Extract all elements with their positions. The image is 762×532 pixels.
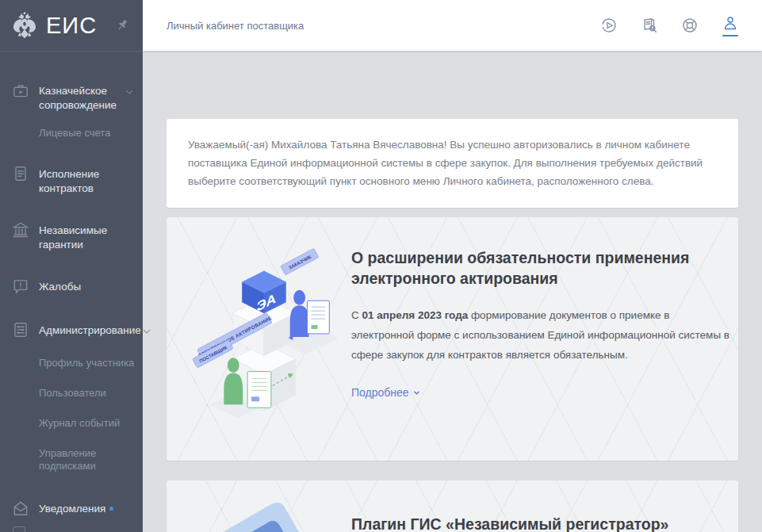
- news-date-bold: 01 апреля 2023 года: [362, 309, 469, 321]
- sidebar-item-notifications[interactable]: Уведомления: [0, 499, 143, 518]
- registrator-plugin-illustration: [181, 488, 339, 532]
- chevron-down-icon: [413, 390, 420, 396]
- play-circle-icon[interactable]: [599, 13, 618, 37]
- sidebar-item-administration[interactable]: Администрирование: [0, 321, 143, 339]
- sidebar-item-label: Администрирование: [39, 321, 141, 338]
- open-envelope-icon: [11, 499, 30, 518]
- sidebar-item-label: Уведомления: [39, 499, 135, 516]
- sidebar-item-treasury-support[interactable]: Казначейское сопровождение: [0, 82, 143, 113]
- welcome-message: Уважаемый(-ая) Михайлова Татьяна Вячесла…: [188, 136, 717, 191]
- app-window: ЕИС Казначейское сопровождение: [0, 0, 762, 532]
- more-link[interactable]: Подробнее: [351, 386, 420, 399]
- book-search-icon[interactable]: [640, 13, 659, 37]
- sidebar: ЕИС Казначейское сопровождение: [0, 0, 143, 532]
- brand-title: ЕИС: [46, 13, 113, 39]
- news-text-block: О расширении обязательности применения э…: [351, 247, 730, 461]
- bank-icon: [11, 220, 30, 239]
- content-area: Уважаемый(-ая) Михайлова Татьяна Вячесла…: [143, 51, 762, 532]
- sidebar-item-participant-profile[interactable]: Профиль участника: [0, 357, 143, 369]
- sidebar-item-contract-execution[interactable]: Исполнение контрактов: [0, 165, 143, 196]
- sidebar-item-label: Исполнение контрактов: [39, 165, 135, 196]
- topbar: Личный кабинет поставщика: [143, 0, 762, 51]
- welcome-card: Уважаемый(-ая) Михайлова Татьяна Вячесла…: [167, 119, 738, 208]
- sidebar-item-event-log[interactable]: Журнал событий: [0, 417, 143, 430]
- sidebar-item-independent-guarantees[interactable]: Независимые гарантии: [0, 221, 143, 252]
- partial-next-icon: [13, 526, 25, 532]
- main-area: Личный кабинет поставщика: [143, 0, 762, 532]
- news-text-block: Плагин ГИС «Независимый регистратор»: [351, 514, 730, 532]
- news-title: О расширении обязательности применения э…: [351, 247, 730, 289]
- active-indicator: [722, 35, 738, 36]
- user-profile-icon[interactable]: [721, 13, 740, 37]
- news-card-independent-registrator: Плагин ГИС «Независимый регистратор»: [167, 480, 738, 532]
- electronic-acting-illustration: ЭА ЭЛЕКТРОННОЕ АКТИРОВАНИЕ ЗАКАЗЧИК: [181, 225, 339, 461]
- complaint-bubble-icon: [11, 277, 30, 296]
- coat-of-arms-eagle-icon: [11, 10, 38, 40]
- admin-list-icon: [11, 320, 30, 339]
- logo-row: ЕИС: [0, 0, 143, 52]
- topbar-actions: [599, 13, 740, 37]
- lifebuoy-help-icon[interactable]: [680, 13, 699, 37]
- pushpin-icon[interactable]: [113, 16, 132, 35]
- sidebar-item-users[interactable]: Пользователи: [0, 387, 143, 400]
- news-body: С 01 апреля 2023 года формирование докум…: [351, 306, 730, 366]
- chevron-down-icon: [124, 86, 135, 98]
- document-icon: [11, 164, 30, 183]
- sidebar-item-label: Жалобы: [39, 277, 135, 294]
- sidebar-item-subscription-management[interactable]: Управление подписками: [0, 447, 143, 473]
- sidebar-item-complaints[interactable]: Жалобы: [0, 277, 143, 296]
- page-title: Личный кабинет поставщика: [167, 20, 599, 32]
- news-card-electronic-acting: ЭА ЭЛЕКТРОННОЕ АКТИРОВАНИЕ ЗАКАЗЧИК: [167, 217, 738, 461]
- chevron-down-icon: [141, 326, 152, 337]
- sidebar-item-personal-accounts[interactable]: Лицевые счета: [0, 127, 143, 140]
- sidebar-menu: Казначейское сопровождение Лицевые счета…: [0, 52, 143, 518]
- news-title: Плагин ГИС «Независимый регистратор»: [351, 514, 730, 532]
- sidebar-item-label: Независимые гарантии: [39, 221, 135, 252]
- sidebar-item-label: Казначейское сопровождение: [39, 82, 124, 113]
- briefcase-icon: [11, 81, 30, 100]
- notification-dot-badge: [109, 507, 113, 511]
